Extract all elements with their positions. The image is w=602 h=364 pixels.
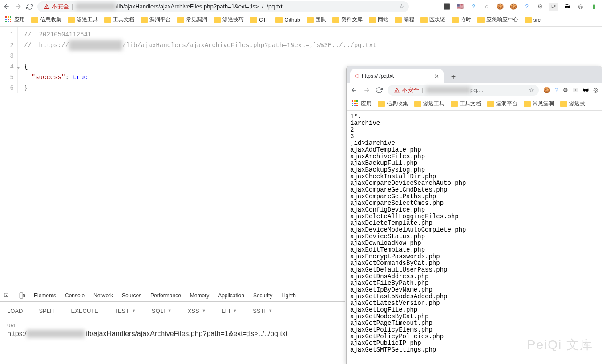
tab-bar: ⬡ https:// /pq.txt ✕ + xyxy=(347,66,602,83)
cookie-icon[interactable]: 🍪 xyxy=(509,3,517,11)
load-action[interactable]: LOAD xyxy=(7,308,23,314)
bookmarks-bar: 应用 信息收集 渗透工具 工具文档 漏洞平台 常见漏洞 渗透技 xyxy=(347,97,602,111)
apps-shortcut[interactable]: 应用 xyxy=(5,16,25,24)
bookmark-folder[interactable]: 信息收集 xyxy=(31,16,61,24)
extension-icons: ⬛ 🇺🇸 ? ○ 🍪 🍪 ? ⚙ LF 🕶 ◎ ▮ xyxy=(443,3,599,11)
code-line: // 20210504112641 xyxy=(24,29,376,40)
devtools-tab[interactable]: Network xyxy=(93,292,113,299)
ext-icon[interactable]: 🕶 xyxy=(563,3,571,11)
bookmark-folder[interactable]: 渗透工具 xyxy=(414,100,444,108)
inspect-icon[interactable] xyxy=(4,292,10,299)
devtools-tab[interactable]: Sources xyxy=(122,292,141,299)
ext-icon[interactable]: ? xyxy=(523,3,531,11)
new-tab-button[interactable]: + xyxy=(447,71,460,83)
bookmark-folder[interactable]: 网站 xyxy=(369,16,388,24)
address-bar[interactable]: 不安全 | xxxxx pq.... ☆ xyxy=(388,85,539,96)
bookmark-folder[interactable]: 渗透技巧 xyxy=(214,16,244,24)
ext-icon[interactable]: ▮ xyxy=(590,3,598,11)
back-button[interactable] xyxy=(350,86,358,94)
close-tab-icon[interactable]: ✕ xyxy=(434,73,439,80)
device-icon[interactable] xyxy=(19,292,25,299)
execute-action[interactable]: EXECUTE xyxy=(71,308,98,314)
ext-icon[interactable]: ⚙ xyxy=(563,87,568,93)
ssti-action[interactable]: SSTI▼ xyxy=(253,308,272,314)
bookmark-folder[interactable]: 编程 xyxy=(395,16,414,24)
devtools-tab[interactable]: Security xyxy=(253,292,272,299)
devtools-tab[interactable]: Application xyxy=(218,292,244,299)
test-action[interactable]: TEST▼ xyxy=(114,308,136,314)
url-label: URL xyxy=(7,323,338,328)
watermark: PeiQi 文库 xyxy=(527,336,593,353)
code-line: // https://xxxxxxxxx/lib/ajaxHandlers/aj… xyxy=(24,40,376,51)
devtools-panel: Elements Console Network Sources Perform… xyxy=(0,289,345,343)
ext-icon[interactable]: LF xyxy=(549,3,558,11)
bookmark-folder[interactable]: 常见漏洞 xyxy=(524,100,554,108)
cookie-icon[interactable]: 🍪 xyxy=(496,3,504,11)
bookmark-folder[interactable]: 资料文库 xyxy=(332,16,363,24)
ext-icon[interactable]: ⬛ xyxy=(443,3,451,11)
ext-icon[interactable]: ? xyxy=(469,3,477,11)
bookmark-folder[interactable]: src xyxy=(525,17,541,23)
devtools-tab[interactable]: Elements xyxy=(34,292,56,299)
bookmark-folder[interactable]: CTF xyxy=(250,17,269,23)
cookie-icon[interactable]: 🍪 xyxy=(543,87,550,93)
devtools-tab[interactable]: Performance xyxy=(150,292,181,299)
bookmark-folder[interactable]: Github xyxy=(275,17,300,23)
forward-button[interactable] xyxy=(363,86,371,94)
secondary-browser-window[interactable]: ⬡ https:// /pq.txt ✕ + 不安全 | xxxxx pq...… xyxy=(346,66,602,364)
devtools-tab[interactable]: Console xyxy=(65,292,85,299)
code-line: } xyxy=(24,83,376,93)
bookmark-folder[interactable]: 常见漏洞 xyxy=(177,16,207,24)
code-line xyxy=(24,51,376,61)
bookmark-folder[interactable]: 临时 xyxy=(452,16,471,24)
split-action[interactable]: SPLIT xyxy=(39,308,55,314)
url-input[interactable]: https:/xxxxxlib/ajaxHandlers/ajaxArchive… xyxy=(7,330,336,339)
ext-icon[interactable]: ◎ xyxy=(593,87,598,93)
svg-rect-2 xyxy=(23,294,25,297)
reload-button[interactable] xyxy=(375,86,383,94)
star-icon[interactable]: ☆ xyxy=(399,3,404,10)
ext-icon[interactable]: 🇺🇸 xyxy=(456,3,464,11)
star-icon[interactable]: ☆ xyxy=(529,87,534,93)
devtools-tab[interactable]: Memory xyxy=(190,292,209,299)
bookmark-folder[interactable]: 信息收集 xyxy=(378,100,408,108)
browser-tab[interactable]: ⬡ https:// /pq.txt ✕ xyxy=(350,69,444,83)
hackbar-actions: LOAD SPLIT EXECUTE TEST▼ SQLI▼ XSS▼ LFI▼… xyxy=(0,302,345,320)
bookmark-folder[interactable]: 工具文档 xyxy=(104,16,134,24)
ext-icon[interactable]: LF xyxy=(573,88,578,92)
insecure-warning: 不安全 xyxy=(44,3,69,11)
code-line: { xyxy=(24,61,376,72)
back-button[interactable] xyxy=(3,3,11,11)
line-gutter: 123 456 xyxy=(0,27,18,93)
fold-toggle[interactable]: ▼ xyxy=(17,66,20,71)
sqli-action[interactable]: SQLI▼ xyxy=(152,308,172,314)
lfi-action[interactable]: LFI▼ xyxy=(222,308,237,314)
text-file-content[interactable]: 1*. 1archive 2 3 ;id>1archive ajaxAddTem… xyxy=(347,111,602,356)
bookmark-folder[interactable]: 漏洞平台 xyxy=(141,16,171,24)
bookmark-folder[interactable]: 漏洞平台 xyxy=(487,100,517,108)
ext-icon[interactable]: ◎ xyxy=(576,3,584,11)
xss-action[interactable]: XSS▼ xyxy=(188,308,206,314)
browser-toolbar: 不安全 | xxxxx /lib/ajaxHandlers/ajaxArchiv… xyxy=(0,0,602,13)
bookmark-folder[interactable]: 应急响应中心 xyxy=(477,16,518,24)
ext-icon[interactable]: ○ xyxy=(483,3,491,11)
code-line: "success": true xyxy=(24,72,376,83)
bookmark-folder[interactable]: 团队 xyxy=(307,16,326,24)
ext-icon[interactable]: ⚙ xyxy=(536,3,544,11)
reload-button[interactable] xyxy=(26,3,34,11)
apps-shortcut[interactable]: 应用 xyxy=(352,100,372,108)
url-panel: URL https:/xxxxxlib/ajaxHandlers/ajaxArc… xyxy=(0,320,345,343)
devtools-tabs: Elements Console Network Sources Perform… xyxy=(0,289,345,302)
ext-icon[interactable]: ? xyxy=(555,87,558,93)
devtools-tab[interactable]: Lighth xyxy=(281,292,296,299)
redacted-host: xxxxx xyxy=(76,3,116,10)
address-bar[interactable]: 不安全 | xxxxx /lib/ajaxHandlers/ajaxArchiv… xyxy=(37,1,409,12)
bookmark-folder[interactable]: 渗透工具 xyxy=(68,16,98,24)
bookmark-folder[interactable]: 渗透技 xyxy=(560,100,585,108)
tab-title: https:// /pq.txt xyxy=(362,73,394,79)
bookmark-folder[interactable]: 工具文档 xyxy=(451,100,481,108)
forward-button[interactable] xyxy=(14,3,22,11)
ext-icon[interactable]: 🕶 xyxy=(583,87,589,93)
bookmark-folder[interactable]: 区块链 xyxy=(420,16,445,24)
code-content[interactable]: // 20210504112641 // https://xxxxxxxxx/l… xyxy=(18,27,376,93)
